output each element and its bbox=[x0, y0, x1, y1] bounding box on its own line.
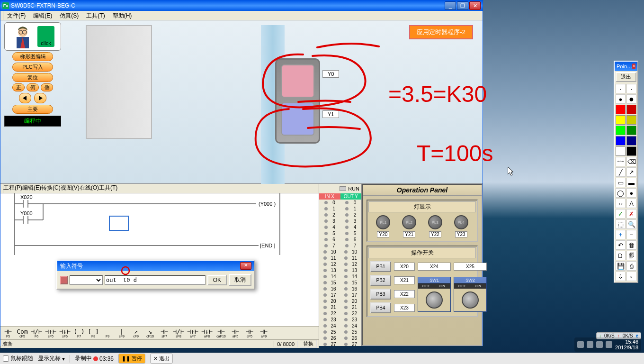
tool-line-icon[interactable]: ╱ bbox=[616, 167, 626, 177]
tool-rectfill-icon[interactable]: ▬ bbox=[626, 178, 636, 187]
tool-copy-icon[interactable]: 🗐 bbox=[626, 251, 636, 260]
ladder-menu-convert[interactable]: 转换(C) bbox=[41, 184, 61, 193]
color-darkred[interactable] bbox=[626, 105, 636, 114]
tool-whiteboard-icon[interactable]: ▫ bbox=[626, 272, 636, 281]
toolbar-btn-F8[interactable]: [ ]F8 bbox=[87, 328, 100, 339]
tool-print-icon[interactable]: ⎙ bbox=[626, 261, 636, 271]
dialog-ok-button[interactable]: OK bbox=[207, 275, 227, 285]
tray-network-icon[interactable] bbox=[606, 341, 612, 348]
clock[interactable]: 15:46 2012/9/18 bbox=[615, 339, 638, 350]
reset-button[interactable]: 复位 bbox=[12, 73, 53, 82]
dialog-cancel-button[interactable]: 取消 bbox=[229, 274, 251, 286]
tool-import-icon[interactable]: ⇩ bbox=[616, 272, 626, 281]
view-top-button[interactable]: 俯 bbox=[27, 83, 39, 91]
tool-save-icon[interactable]: 💾 bbox=[616, 261, 626, 271]
toolbar-btn-caF10[interactable]: ⊣⊢caF10 bbox=[215, 328, 228, 339]
toolbar-btn-sF7[interactable]: ⊣⊢sF7 bbox=[158, 328, 171, 339]
toolbar-btn-cF9[interactable]: ↗cF9 bbox=[129, 328, 143, 339]
toolbar-btn-F9[interactable]: —F9 bbox=[101, 328, 114, 339]
tool-plus-icon[interactable]: ＋ bbox=[616, 230, 626, 239]
symbol-select[interactable] bbox=[70, 275, 103, 285]
symbol-type-icon[interactable] bbox=[60, 276, 68, 284]
next-button[interactable] bbox=[34, 93, 46, 103]
menu-file[interactable]: 文件(F) bbox=[3, 11, 29, 20]
tray-volume-icon[interactable] bbox=[596, 341, 603, 348]
tool-trash-icon[interactable]: 🗑 bbox=[626, 240, 636, 250]
tool-text-icon[interactable]: A bbox=[626, 199, 636, 208]
show-cursor-dropdown[interactable]: 显示光标▾ bbox=[38, 355, 65, 363]
menu-tool[interactable]: 工具(T) bbox=[82, 11, 108, 20]
help-book-icon[interactable]: click bbox=[37, 26, 54, 47]
ladder-edit-button[interactable]: 梯形图编辑 bbox=[12, 52, 53, 61]
prev-button[interactable] bbox=[19, 93, 31, 103]
dot-med-icon[interactable]: ● bbox=[616, 94, 626, 104]
toolbar-btn-sF8[interactable]: ⊣/⊢sF8 bbox=[172, 328, 185, 339]
tool-ellipse-icon[interactable]: ◯ bbox=[616, 188, 626, 198]
toolbar-btn-cF5[interactable]: ComcF5 bbox=[16, 328, 29, 339]
tool-doublearrow-icon[interactable]: ↔ bbox=[616, 199, 626, 208]
tool-minus-icon[interactable]: － bbox=[626, 230, 636, 239]
toolbar-btn-F7[interactable]: ( )F7 bbox=[72, 328, 86, 339]
toolbar-btn-cF10[interactable]: ↘cF10 bbox=[143, 328, 157, 339]
tool-check-icon[interactable]: ✓ bbox=[616, 209, 626, 218]
toolbar-btn-aF5[interactable]: ⊣⊢aF5 bbox=[229, 328, 242, 339]
exit-button[interactable]: ✕退出 bbox=[150, 354, 173, 364]
tool-undo-icon[interactable]: ↶ bbox=[616, 240, 626, 250]
color-yellow[interactable] bbox=[616, 115, 626, 125]
pointer-exit-button[interactable]: 退出 bbox=[616, 72, 636, 82]
pb2-button[interactable]: PB2 bbox=[370, 275, 391, 286]
color-darkgreen[interactable] bbox=[626, 126, 636, 135]
tool-arrow-icon[interactable]: ↗ bbox=[626, 167, 636, 177]
toolbar-btn-aF7[interactable]: ⊣↑⊢aF7 bbox=[186, 328, 199, 339]
color-green[interactable] bbox=[616, 126, 626, 135]
minimize-button[interactable]: _ bbox=[445, 1, 456, 10]
toolbar-btn-sF5[interactable]: ⊣↑⊢sF5 bbox=[44, 328, 57, 339]
tray-app-icon[interactable] bbox=[577, 341, 584, 348]
ladder-menu-edit[interactable]: 编辑(E) bbox=[22, 184, 41, 193]
pb1-button[interactable]: PB1 bbox=[370, 261, 391, 272]
toolbar-btn-cF5[interactable]: ⊣⊢cF5 bbox=[243, 328, 256, 339]
sw1-switch[interactable]: SW1 OFFON bbox=[418, 277, 451, 312]
close-button[interactable]: ✕ bbox=[469, 1, 481, 10]
menu-edit[interactable]: 编辑(E) bbox=[29, 11, 56, 20]
ladder-menu-view[interactable]: 视图(V) bbox=[61, 184, 80, 193]
ladder-canvas[interactable]: X020 (Y000 ) Y000 [END ] bbox=[0, 193, 319, 326]
tray-qq-icon[interactable] bbox=[587, 341, 593, 348]
plc-write-button[interactable]: PLC写入 bbox=[12, 63, 53, 72]
tool-magnify-icon[interactable]: 🔍 bbox=[626, 219, 636, 229]
tool-eraser-icon[interactable]: ⌫ bbox=[626, 157, 636, 166]
tool-new-icon[interactable]: 🗋 bbox=[616, 251, 626, 260]
toolbar-btn-F6[interactable]: ⊣/⊢F6 bbox=[30, 328, 43, 339]
tool-freehand-icon[interactable]: 〰 bbox=[616, 157, 626, 166]
instruction-input[interactable] bbox=[105, 275, 206, 285]
mouse-follow-checkbox[interactable]: 鼠标跟随 bbox=[3, 355, 33, 363]
ladder-menu-tool[interactable]: 工具(T) bbox=[99, 184, 117, 193]
view-front-button[interactable]: 正 bbox=[12, 83, 25, 91]
toolbar-btn-aF8[interactable]: ⊣↓⊢aF8 bbox=[200, 328, 214, 339]
toolbar-btn-aF9[interactable]: ⊣⊢aF9 bbox=[257, 328, 270, 339]
toolbar-btn-sF6[interactable]: ⊣↓⊢sF6 bbox=[58, 328, 72, 339]
color-navy[interactable] bbox=[626, 136, 636, 146]
toolbar-btn-F5[interactable]: ⊣⊢F5 bbox=[1, 328, 15, 339]
tool-rect-icon[interactable]: ▭ bbox=[616, 178, 626, 187]
menu-help[interactable]: 帮助(H) bbox=[109, 11, 136, 20]
main-button[interactable]: 主要 bbox=[12, 105, 53, 114]
tool-cross-icon[interactable]: ✗ bbox=[626, 209, 636, 218]
pointer-close-button[interactable]: × bbox=[632, 64, 635, 69]
pause-button[interactable]: ❚❚暂停 bbox=[118, 354, 145, 364]
ladder-menu-online[interactable]: 在线(O) bbox=[80, 184, 99, 193]
pb3-button[interactable]: PB3 bbox=[370, 289, 391, 300]
dialog-close-button[interactable]: ✕ bbox=[240, 262, 251, 270]
toolbar-btn-sF9[interactable]: |sF9 bbox=[115, 328, 128, 339]
tool-ellipsefill-icon[interactable]: ● bbox=[626, 188, 636, 198]
dot-large-icon[interactable]: ● bbox=[626, 94, 636, 104]
dot-small-icon[interactable]: · bbox=[616, 84, 626, 93]
maximize-button[interactable]: ❐ bbox=[457, 1, 468, 10]
color-red[interactable] bbox=[616, 105, 626, 114]
color-blue[interactable] bbox=[616, 136, 626, 146]
view-side-button[interactable]: 侧 bbox=[41, 83, 53, 91]
sw2-switch[interactable]: SW2 OFFON bbox=[454, 277, 487, 312]
pb4-button[interactable]: PB4 bbox=[370, 302, 391, 313]
menu-sim[interactable]: 仿真(S) bbox=[56, 11, 82, 20]
color-white[interactable] bbox=[616, 146, 626, 156]
